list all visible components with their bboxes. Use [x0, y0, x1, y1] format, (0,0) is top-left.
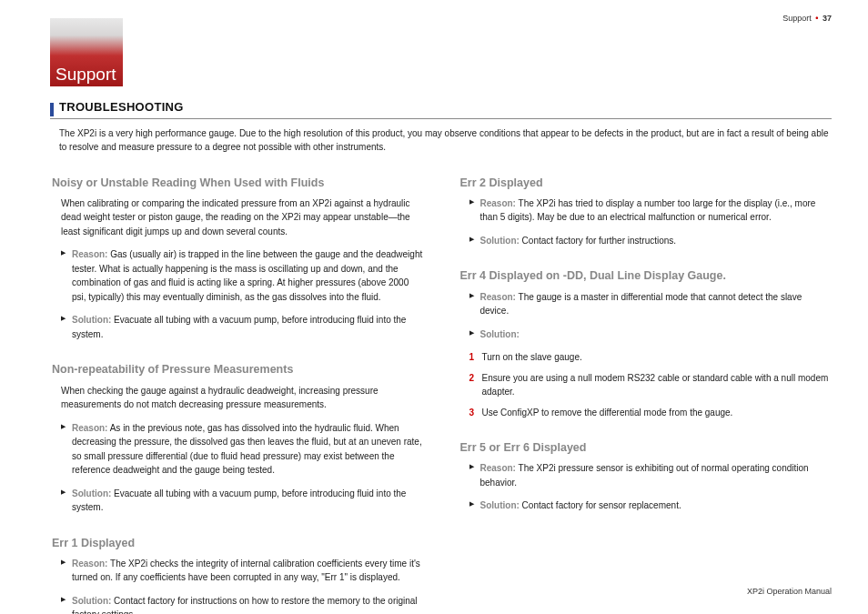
- solution-text: Evacuate all tubing with a vacuum pump, …: [72, 488, 406, 513]
- reason-item: Reason: Gas (usually air) is trapped in …: [61, 247, 424, 304]
- solution-item: Solution: Contact factory for sensor rep…: [469, 498, 833, 513]
- reason-item: Reason: The XP2i pressure sensor is exhi…: [469, 461, 833, 489]
- reason-label: Reason:: [480, 292, 516, 302]
- solution-text: Evacuate all tubing with a vacuum pump, …: [72, 315, 406, 339]
- support-badge: Support: [50, 18, 123, 86]
- reason-text: The XP2i pressure sensor is exhibiting o…: [480, 463, 809, 488]
- page-footer: XP2i Operation Manual: [747, 586, 832, 598]
- solution-steps: 1Turn on the slave gauge. 2Ensure you ar…: [469, 350, 833, 419]
- reason-text: The XP2i checks the integrity of interna…: [72, 559, 420, 583]
- header-page: 37: [823, 14, 832, 23]
- heading-accent-bar: [50, 103, 54, 116]
- solution-text: Contact factory for further instructions…: [522, 236, 677, 246]
- reason-label: Reason:: [480, 198, 516, 208]
- topic-err4: Err 4 Displayed on -DD, Dual Line Displa…: [460, 267, 833, 419]
- solution-label: Solution:: [480, 236, 520, 246]
- right-column: Err 2 Displayed Reason: The XP2i has tri…: [460, 171, 833, 614]
- solution-item: Solution:: [469, 327, 833, 342]
- reason-text: The gauge is a master in differential mo…: [480, 292, 802, 317]
- reason-text: As in the previous note, gas has dissolv…: [72, 423, 422, 476]
- section-title: TROUBLESHOOTING: [59, 99, 184, 116]
- topic-title: Err 1 Displayed: [52, 535, 424, 551]
- solution-item: Solution: Contact factory for instructio…: [61, 594, 424, 614]
- solution-item: Solution: Evacuate all tubing with a vac…: [61, 487, 424, 515]
- reason-label: Reason:: [480, 463, 516, 473]
- step-3: 3Use ConfigXP to remove the differential…: [469, 406, 833, 419]
- header-section: Support: [782, 14, 812, 23]
- reason-item: Reason: As in the previous note, gas has…: [61, 421, 424, 478]
- topic-err2: Err 2 Displayed Reason: The XP2i has tri…: [460, 175, 833, 248]
- reason-text: The XP2i has tried to display a number t…: [480, 198, 816, 223]
- content-columns: Noisy or Unstable Reading When Used with…: [50, 171, 832, 614]
- topic-title: Err 5 or Err 6 Displayed: [460, 439, 833, 456]
- topic-err5-6: Err 5 or Err 6 Displayed Reason: The XP2…: [460, 439, 833, 513]
- solution-label: Solution:: [480, 500, 520, 510]
- left-column: Noisy or Unstable Reading When Used with…: [52, 171, 424, 614]
- reason-label: Reason:: [72, 423, 107, 433]
- reason-text: Gas (usually air) is trapped in the line…: [72, 249, 422, 302]
- reason-label: Reason:: [72, 559, 107, 569]
- solution-label: Solution:: [72, 488, 111, 498]
- topic-err1: Err 1 Displayed Reason: The XP2i checks …: [52, 535, 424, 614]
- solution-item: Solution: Evacuate all tubing with a vac…: [61, 313, 424, 341]
- topic-body: When checking the gauge against a hydrau…: [61, 384, 424, 412]
- topic-noisy-reading: Noisy or Unstable Reading When Used with…: [52, 175, 424, 342]
- topic-title: Err 4 Displayed on -DD, Dual Line Displa…: [460, 267, 833, 284]
- solution-text: Contact factory for instructions on how …: [72, 596, 418, 614]
- solution-label: Solution:: [72, 596, 111, 606]
- step-2: 2Ensure you are using a null modem RS232…: [469, 371, 833, 398]
- badge-text: Support: [56, 65, 116, 84]
- bullet-icon: •: [815, 14, 818, 23]
- reason-item: Reason: The XP2i has tried to display a …: [469, 196, 833, 225]
- reason-item: Reason: The gauge is a master in differe…: [469, 290, 833, 318]
- topic-title: Err 2 Displayed: [460, 175, 833, 191]
- reason-item: Reason: The XP2i checks the integrity of…: [61, 557, 424, 585]
- section-heading-row: TROUBLESHOOTING: [50, 99, 832, 119]
- reason-label: Reason:: [72, 249, 107, 259]
- solution-item: Solution: Contact factory for further in…: [469, 234, 833, 248]
- topic-title: Non-repeatability of Pressure Measuremen…: [52, 361, 424, 377]
- solution-label: Solution:: [480, 329, 520, 339]
- topic-title: Noisy or Unstable Reading When Used with…: [52, 175, 424, 191]
- solution-label: Solution:: [72, 315, 111, 325]
- topic-non-repeatability: Non-repeatability of Pressure Measuremen…: [52, 361, 424, 514]
- solution-text: Contact factory for sensor replacement.: [522, 500, 681, 510]
- page-header: Support • 37: [782, 13, 832, 25]
- intro-text: The XP2i is a very high performance gaug…: [50, 126, 832, 155]
- step-1: 1Turn on the slave gauge.: [469, 350, 833, 364]
- topic-body: When calibrating or comparing the indica…: [61, 196, 424, 239]
